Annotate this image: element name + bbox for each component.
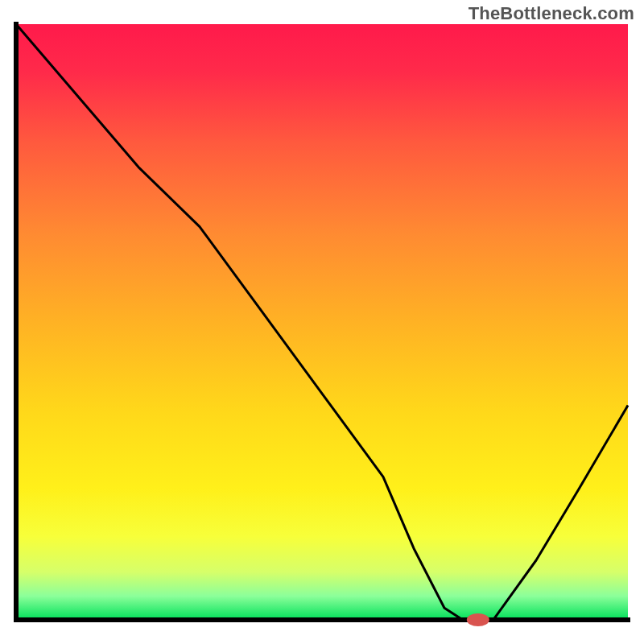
bottleneck-chart: [0, 0, 644, 644]
chart-background: [16, 24, 628, 620]
optimal-marker: [467, 613, 489, 626]
